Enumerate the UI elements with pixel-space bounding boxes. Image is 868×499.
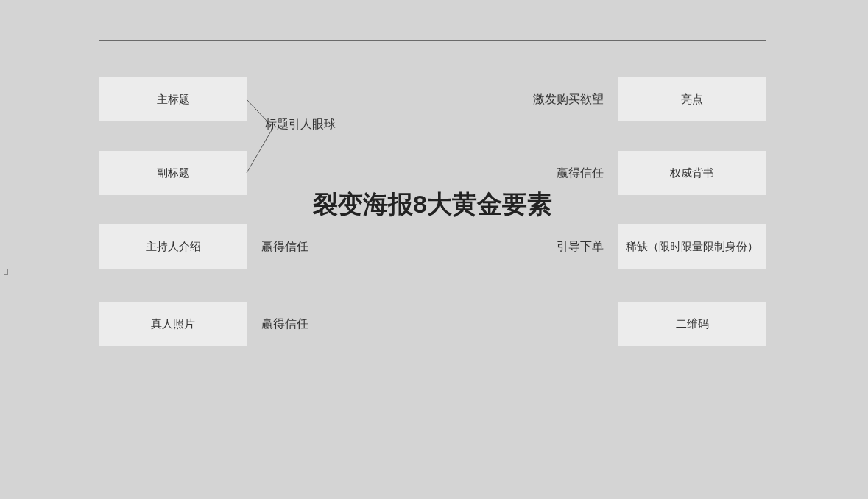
box-label: 权威背书 [670,166,714,180]
right-box-highlight: 亮点 [618,77,766,121]
top-divider [99,40,766,41]
left-label-row4: 赢得信任 [261,316,308,332]
connector-lines [247,77,276,195]
svg-line-1 [247,129,272,173]
left-box-host-intro: 主持人介绍 [99,224,247,269]
left-shared-label: 标题引人眼球 [265,117,336,132]
svg-line-0 [247,99,267,121]
selection-marker [4,269,8,275]
left-box-real-photo: 真人照片 [99,302,247,346]
left-box-subtitle: 副标题 [99,151,247,195]
box-label: 稀缺（限时限量限制身份） [626,240,758,254]
box-label: 真人照片 [151,317,195,331]
right-label-row1: 激发购买欲望 [533,92,604,107]
box-label: 二维码 [676,317,709,331]
left-label-row3: 赢得信任 [261,239,308,255]
right-box-scarcity: 稀缺（限时限量限制身份） [618,224,766,269]
center-title: 裂变海报8大黄金要素 [313,188,552,222]
left-box-main-title: 主标题 [99,77,247,121]
diagram-canvas: 裂变海报8大黄金要素 主标题 副标题 主持人介绍 真人照片 亮点 权威背书 稀缺… [99,40,766,364]
box-label: 主持人介绍 [146,240,201,254]
box-label: 亮点 [681,93,703,107]
box-label: 副标题 [157,166,190,180]
right-box-authority: 权威背书 [618,151,766,195]
box-label: 主标题 [157,93,190,107]
right-label-row3: 引导下单 [557,239,604,255]
right-label-row2: 赢得信任 [557,166,604,181]
bottom-divider [99,364,766,364]
right-box-qrcode: 二维码 [618,302,766,346]
